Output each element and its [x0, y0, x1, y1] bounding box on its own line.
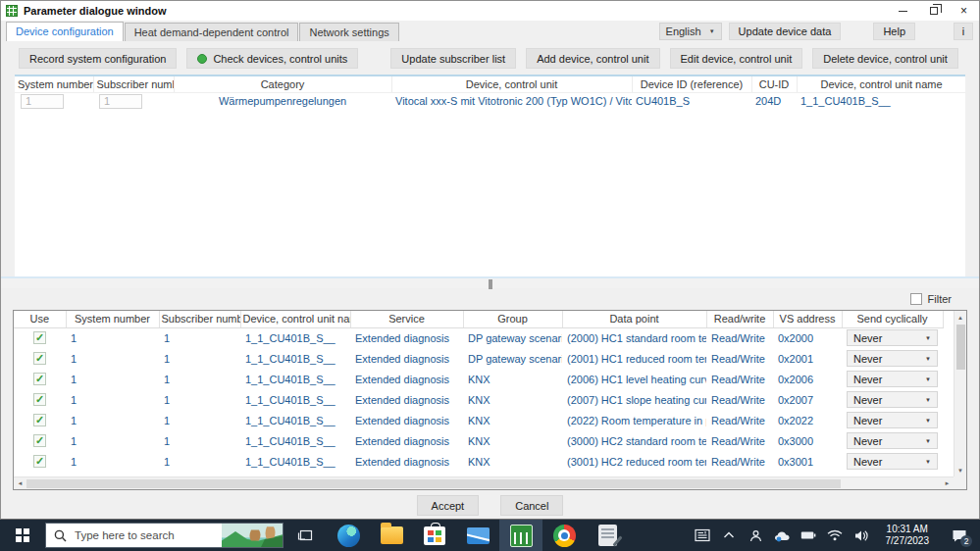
filter-checkbox[interactable]	[910, 293, 922, 305]
close-button[interactable]: ×	[949, 1, 979, 21]
taskbar-search[interactable]: Type here to search	[45, 523, 284, 548]
screen: Parameter dialogue window × Device confi…	[0, 0, 980, 551]
use-checkbox[interactable]: ✓	[33, 414, 46, 426]
chevron-down-icon: ▼	[925, 438, 931, 444]
scroll-right-icon[interactable]: ►	[941, 477, 954, 489]
tab-heat-demand-control[interactable]: Heat demand-dependent control	[125, 23, 299, 41]
vertical-scroll-thumb[interactable]	[956, 325, 965, 370]
splitter-grip-icon[interactable]	[489, 279, 492, 289]
data-point-cell: (2001) HC1 reduced room temper...	[562, 348, 706, 369]
taskbar-app-chrome[interactable]	[542, 520, 586, 551]
splitter[interactable]	[1, 276, 979, 288]
table-row: ✓ 1 1 1_1_CU401B_S__ Extended diagnosis …	[14, 451, 943, 472]
send-cyclically-select[interactable]: Never ▼	[847, 432, 938, 449]
system-number-input[interactable]: 1	[21, 94, 64, 109]
parameter-panel: Use System number Subscriber number Devi…	[13, 310, 967, 490]
vs-address-cell: 0x2001	[773, 348, 842, 369]
use-checkbox[interactable]: ✓	[33, 393, 46, 406]
col-system-number: System number	[66, 311, 159, 327]
send-cyclically-select[interactable]: Never ▼	[847, 329, 938, 346]
use-checkbox[interactable]: ✓	[33, 434, 46, 447]
system-number-cell: 1	[66, 369, 159, 389]
accept-button[interactable]: Accept	[417, 495, 480, 516]
update-device-data-button[interactable]: Update device data	[729, 23, 842, 40]
onedrive-cloud-icon[interactable]	[774, 527, 791, 544]
system-number-cell: 1	[66, 389, 159, 410]
start-button[interactable]	[0, 520, 45, 551]
info-button[interactable]: i	[954, 23, 973, 40]
use-checkbox[interactable]: ✓	[33, 455, 46, 468]
titlebar: Parameter dialogue window ×	[1, 1, 979, 21]
show-hidden-icons-button[interactable]	[721, 527, 738, 544]
record-system-configuration-button[interactable]: Record system configuration	[19, 48, 177, 69]
help-button[interactable]: Help	[873, 23, 915, 40]
device-row: 1 1 Wärmepumpenregelungen Vitocal xxx-S …	[15, 92, 965, 110]
delete-device-button[interactable]: Delete device, control unit	[812, 48, 958, 69]
chevron-down-icon: ▼	[925, 459, 931, 465]
tab-network-settings[interactable]: Network settings	[299, 23, 398, 41]
vs-address-cell: 0x3000	[773, 430, 842, 451]
tab-device-configuration[interactable]: Device configuration	[6, 22, 124, 41]
col-send-cyclically: Send cyclically	[842, 311, 943, 327]
chevron-down-icon: ▼	[925, 376, 931, 382]
window-title: Parameter dialogue window	[24, 5, 166, 17]
subscriber-number-input[interactable]: 1	[99, 94, 142, 109]
use-checkbox[interactable]: ✓	[33, 352, 46, 365]
language-select[interactable]: English ▼	[659, 23, 722, 40]
scroll-left-icon[interactable]: ◄	[14, 477, 26, 489]
send-cyclically-select[interactable]: Never ▼	[847, 350, 938, 367]
chevron-down-icon: ▼	[925, 418, 931, 424]
read-write-cell: Read/Write	[706, 369, 773, 389]
taskbar-clock[interactable]: 10:31 AM 7/27/2023	[880, 524, 936, 547]
update-subscriber-list-button[interactable]: Update subscriber list	[390, 48, 516, 69]
scroll-up-icon[interactable]: ▲	[954, 311, 966, 324]
service-cell: Extended diagnosis	[350, 327, 463, 348]
taskbar-app-notes[interactable]	[586, 520, 629, 551]
send-cyclically-value: Never	[853, 415, 882, 426]
restore-icon	[930, 7, 938, 15]
check-icon: ✓	[35, 456, 44, 467]
restore-button[interactable]	[918, 1, 949, 21]
wifi-icon[interactable]	[827, 527, 844, 544]
send-cyclically-select[interactable]: Never ▼	[847, 412, 938, 428]
scroll-down-icon[interactable]: ▼	[954, 464, 966, 476]
table-row: ✓ 1 1 1_1_CU401B_S__ Extended diagnosis …	[14, 369, 943, 389]
chevron-down-icon: ▼	[925, 335, 931, 341]
send-cyclically-select[interactable]: Never ▼	[847, 453, 938, 470]
send-cyclically-select[interactable]: Never ▼	[847, 371, 938, 387]
service-cell: Extended diagnosis	[350, 430, 463, 451]
device-id-value: CU401B_S	[632, 92, 751, 110]
battery-icon[interactable]	[800, 527, 817, 544]
use-checkbox[interactable]: ✓	[33, 331, 46, 344]
minimize-button[interactable]	[888, 1, 918, 21]
task-view-button[interactable]	[284, 520, 327, 551]
taskbar-app-edge[interactable]	[327, 520, 370, 551]
cancel-button[interactable]: Cancel	[500, 495, 563, 516]
use-checkbox[interactable]: ✓	[33, 373, 46, 385]
add-device-button[interactable]: Add device, control unit	[526, 48, 659, 69]
horizontal-scrollbar[interactable]: ◄ ►	[14, 476, 954, 489]
edit-device-button[interactable]: Edit device, control unit	[670, 48, 803, 69]
taskbar-app-parameter-tool[interactable]	[499, 520, 542, 551]
send-cyclically-select[interactable]: Never ▼	[847, 391, 938, 408]
taskbar-app-file-explorer[interactable]	[370, 520, 413, 551]
data-point-cell: (2006) HC1 level heating curve	[562, 369, 706, 389]
send-cyclically-value: Never	[853, 374, 882, 385]
cu-id-value: 204D	[751, 92, 797, 110]
send-cyclically-value: Never	[853, 332, 882, 344]
window-controls: ×	[888, 1, 979, 21]
volume-icon[interactable]	[853, 527, 870, 544]
news-widget-icon[interactable]	[695, 527, 711, 544]
col-read-write: Read/write	[706, 311, 773, 327]
vertical-scrollbar[interactable]: ▲ ▼	[954, 311, 966, 476]
user-session-icon[interactable]	[748, 527, 764, 544]
toolbar: Record system configuration Check device…	[1, 41, 979, 75]
horizontal-scroll-thumb[interactable]	[26, 479, 841, 488]
read-write-cell: Read/Write	[706, 348, 773, 369]
check-devices-button[interactable]: Check devices, control units	[186, 48, 358, 69]
table-row: ✓ 1 1 1_1_CU401B_S__ Extended diagnosis …	[14, 389, 943, 410]
taskbar-app-store[interactable]	[413, 520, 456, 551]
notification-center-button[interactable]: 2	[945, 520, 974, 551]
notes-icon	[598, 525, 617, 546]
taskbar-app-mail[interactable]	[456, 520, 499, 551]
